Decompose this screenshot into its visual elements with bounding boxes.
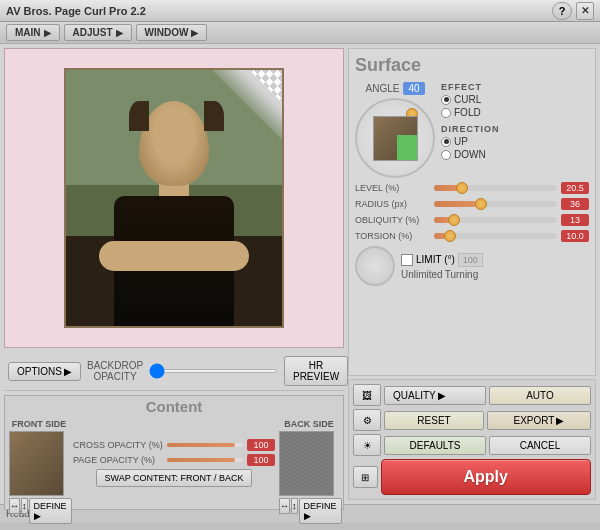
angle-dial[interactable] xyxy=(355,98,435,178)
front-expand-icon[interactable]: ↔ xyxy=(9,498,20,514)
front-define-button[interactable]: DEFINE ▶ xyxy=(29,498,72,524)
options-chevron-icon: ▶ xyxy=(64,366,72,377)
radius-value: 36 xyxy=(561,198,589,210)
radius-row: RADIUS (px) 36 xyxy=(355,198,589,210)
page-opacity-row: PAGE OPACITY (%) 100 xyxy=(73,454,275,466)
main-menu[interactable]: MAIN ▶ xyxy=(6,24,60,41)
direction-label: DIRECTION xyxy=(441,124,589,134)
curl-effect xyxy=(212,70,282,140)
curl-label: CURL xyxy=(454,94,481,105)
adjust-menu[interactable]: ADJUST ▶ xyxy=(64,24,132,41)
preview-area xyxy=(4,48,344,348)
front-up-icon[interactable]: ↕ xyxy=(21,498,28,514)
curl-radio-row: CURL xyxy=(441,94,589,105)
up-radio[interactable] xyxy=(441,137,451,147)
front-label: FRONT SIDE xyxy=(9,419,69,429)
angle-section: ANGLE 40 xyxy=(355,82,435,178)
angle-value: 40 xyxy=(403,82,424,95)
back-up-icon[interactable]: ↕ xyxy=(291,498,298,514)
opacity-controls: CROSS OPACITY (%) 100 PAGE OPACITY (%) 1… xyxy=(73,419,275,524)
close-button[interactable]: ✕ xyxy=(576,2,594,20)
back-side-panel: BACK SIDE ↔ ↕ DEFINE ▶ xyxy=(279,419,339,524)
figure-hair-left xyxy=(129,101,149,131)
backdrop-slider[interactable] xyxy=(149,369,278,373)
up-label: UP xyxy=(454,136,468,147)
cross-opacity-label: CROSS OPACITY (%) xyxy=(73,440,163,450)
help-button[interactable]: ? xyxy=(552,2,572,20)
down-label: DOWN xyxy=(454,149,486,160)
action-row-2: ⚙ RESET EXPORT ▶ xyxy=(353,409,591,431)
quality-button[interactable]: QUALITY ▶ xyxy=(384,386,486,405)
window-chevron-icon: ▶ xyxy=(191,28,198,38)
torsion-label: TORSION (%) xyxy=(355,231,430,241)
obliquity-row: OBLIQUITY (%) 13 xyxy=(355,214,589,226)
curl-radio[interactable] xyxy=(441,95,451,105)
cancel-button[interactable]: CANCEL xyxy=(489,436,591,455)
turning-label: Turning xyxy=(445,269,479,280)
swap-button[interactable]: SWAP CONTENT: FRONT / BACK xyxy=(96,469,253,487)
icon-btn-2[interactable]: ⚙ xyxy=(353,409,381,431)
export-button[interactable]: EXPORT ▶ xyxy=(487,411,591,430)
back-controls: ↔ ↕ DEFINE ▶ xyxy=(279,498,339,524)
apply-button[interactable]: Apply xyxy=(381,459,592,495)
obliquity-label: OBLIQUITY (%) xyxy=(355,215,430,225)
figure-hands xyxy=(99,241,249,271)
surface-section: Surface ANGLE 40 xyxy=(348,48,596,376)
cross-opacity-value: 100 xyxy=(247,439,275,451)
down-radio[interactable] xyxy=(441,150,451,160)
left-panel: OPTIONS ▶ BACKDROP OPACITY HR PREVIEW Co… xyxy=(4,48,344,500)
limit-checkbox[interactable] xyxy=(401,254,413,266)
adjust-chevron-icon: ▶ xyxy=(116,28,123,38)
front-side-panel: FRONT SIDE ↔ ↕ DEFINE ▶ xyxy=(9,419,69,524)
torsion-slider[interactable] xyxy=(434,233,557,239)
back-thumbnail xyxy=(279,431,334,496)
page-opacity-slider[interactable] xyxy=(167,458,243,462)
param-rows: LEVEL (%) 20.5 RADIUS (px) 36 xyxy=(355,182,589,286)
torsion-value: 10.0 xyxy=(561,230,589,242)
obliquity-slider[interactable] xyxy=(434,217,557,223)
front-controls: ↔ ↕ DEFINE ▶ xyxy=(9,498,69,524)
back-define-button[interactable]: DEFINE ▶ xyxy=(299,498,342,524)
reset-button[interactable]: RESET xyxy=(384,411,484,430)
angle-label: ANGLE xyxy=(365,83,399,94)
title-bar-left: AV Bros. Page Curl Pro 2.2 xyxy=(6,5,146,17)
backdrop-label: BACKDROP OPACITY xyxy=(87,360,143,382)
front-thumbnail xyxy=(9,431,64,496)
main-chevron-icon: ▶ xyxy=(44,28,51,38)
action-row-4: ⊞ Apply xyxy=(353,459,591,495)
direction-section: DIRECTION UP DOWN xyxy=(441,124,589,160)
action-row-1: 🖼 QUALITY ▶ AUTO xyxy=(353,384,591,406)
level-label: LEVEL (%) xyxy=(355,183,430,193)
level-row: LEVEL (%) 20.5 xyxy=(355,182,589,194)
level-value: 20.5 xyxy=(561,182,589,194)
window-menu[interactable]: WINDOW ▶ xyxy=(136,24,208,41)
dial-green-area xyxy=(397,135,417,160)
radius-slider[interactable] xyxy=(434,201,557,207)
unlimited-row: Unlimited Turning xyxy=(401,269,483,280)
limit-controls: LIMIT (°) 100 Unlimited Turning xyxy=(401,253,483,280)
limit-dial[interactable] xyxy=(355,246,395,286)
hr-preview-button[interactable]: HR PREVIEW xyxy=(284,356,348,386)
defaults-button[interactable]: DEFAULTS xyxy=(384,436,486,455)
icon-btn-4[interactable]: ⊞ xyxy=(353,466,378,488)
page-opacity-label: PAGE OPACITY (%) xyxy=(73,455,163,465)
icon-btn-1[interactable]: 🖼 xyxy=(353,384,381,406)
angle-row: ANGLE 40 xyxy=(365,82,424,95)
options-button[interactable]: OPTIONS ▶ xyxy=(8,362,81,381)
radius-label: RADIUS (px) xyxy=(355,199,430,209)
icon-btn-3[interactable]: ☀ xyxy=(353,434,381,456)
right-panel: Surface ANGLE 40 xyxy=(348,48,596,500)
main-content: OPTIONS ▶ BACKDROP OPACITY HR PREVIEW Co… xyxy=(0,44,600,504)
back-expand-icon[interactable]: ↔ xyxy=(279,498,290,514)
quality-chevron-icon: ▶ xyxy=(438,390,446,401)
back-label: BACK SIDE xyxy=(279,419,339,429)
cross-opacity-slider[interactable] xyxy=(167,443,243,447)
limit-value: 100 xyxy=(458,253,483,267)
auto-button[interactable]: AUTO xyxy=(489,386,591,405)
export-chevron-icon: ▶ xyxy=(556,415,564,426)
level-slider[interactable] xyxy=(434,185,557,191)
action-row-3: ☀ DEFAULTS CANCEL xyxy=(353,434,591,456)
fold-radio[interactable] xyxy=(441,108,451,118)
effect-section: EFFECT CURL FOLD xyxy=(441,82,589,118)
action-section: 🖼 QUALITY ▶ AUTO ⚙ RESET EXPORT ▶ ☀ DEFA… xyxy=(348,379,596,500)
